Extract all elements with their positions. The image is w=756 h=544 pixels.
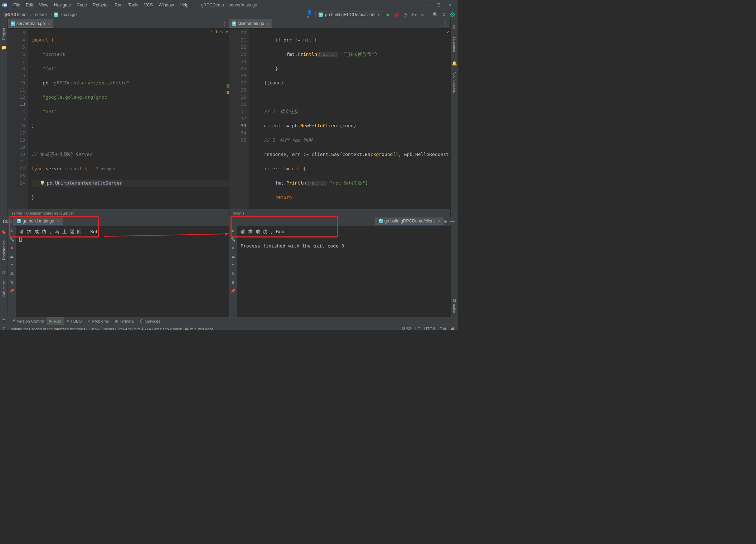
stop-icon[interactable]: ■ <box>9 245 14 250</box>
pin-icon[interactable]: 📌 <box>9 288 14 293</box>
gutter-right[interactable]: 20212223 24252627 28293031 32333435 <box>229 29 249 209</box>
status-indent[interactable]: Tab <box>440 327 446 330</box>
pin-icon[interactable]: 📌 <box>231 288 236 293</box>
run-tab[interactable]: ▶Run <box>47 317 64 325</box>
menu-window[interactable]: Window <box>156 1 176 9</box>
problems-tab[interactable]: ⊘Problems <box>84 317 111 325</box>
breadcrumb[interactable]: gRPCDemo server main.go <box>2 11 78 18</box>
menu-edit[interactable]: Edit <box>23 1 36 9</box>
profile-button[interactable]: ⟳▾ <box>410 11 417 18</box>
code-editor-right[interactable]: ✔ 20212223 24252627 28293031 32333435 if… <box>229 29 450 209</box>
notifications-tool-button[interactable]: Notifications <box>452 70 457 94</box>
user-icon[interactable]: 👤▾ <box>307 11 314 18</box>
folder-icon[interactable]: 📁 <box>1 45 6 50</box>
crumb-file[interactable]: main.go <box>60 11 78 18</box>
debug-button[interactable]: 🐞 <box>393 11 400 18</box>
crumb-project[interactable]: gRPCDemo <box>2 11 28 18</box>
stop-icon[interactable]: ■ <box>231 245 236 250</box>
console-output-left[interactable]: 请 求 成 功 , 马 上 返 回 . Bob <box>16 226 229 317</box>
settings-button[interactable]: ⚙ <box>440 11 447 18</box>
wrench-icon[interactable]: 🔧 <box>9 237 14 242</box>
bookmarks-icon[interactable]: 🔖 <box>1 230 6 235</box>
editor-tab-server-main[interactable]: server\main.go × <box>8 19 53 28</box>
tabs-menu-icon[interactable]: ⋮ <box>444 21 448 26</box>
trash-icon[interactable]: 🗑 <box>9 280 14 285</box>
todo-tab[interactable]: ≡TODO <box>64 317 84 325</box>
status-message[interactable]: Looking for usages of the interface meth… <box>9 327 213 330</box>
status-time[interactable]: 13:32 <box>401 327 411 330</box>
window-title: gRPCDemo – server/main.go <box>201 3 257 8</box>
rerun-icon[interactable]: ↻ <box>9 228 14 233</box>
run-config-selector[interactable]: go build gRPCDemo/client ▾ <box>315 11 383 18</box>
status-charset[interactable]: UTF-8 <box>424 327 435 330</box>
run-tab-right[interactable]: go build gRPCDemo/client × <box>375 217 444 225</box>
menu-tools[interactable]: Tools <box>126 1 141 9</box>
gutter-left[interactable]: 3456 78910 11 12◉↓ 13 141516 17◉○↓ 18192… <box>8 29 28 209</box>
exit-icon[interactable]: ⏏ <box>9 254 14 259</box>
svg-text:Go: Go <box>3 3 7 7</box>
crumb-folder[interactable]: server <box>34 11 48 18</box>
close-button[interactable]: ✕ <box>447 2 453 8</box>
minimize-button[interactable]: — <box>423 2 429 8</box>
menu-navigate[interactable]: Navigate <box>52 1 73 9</box>
next-problem-icon[interactable]: ∨ <box>226 30 228 34</box>
structure-icon[interactable]: ⧉ <box>2 270 5 275</box>
status-line-sep[interactable]: LF <box>415 327 420 330</box>
status-icon: ☐ <box>3 327 6 330</box>
menu-vcs[interactable]: VCS <box>141 1 155 9</box>
menu-view[interactable]: View <box>37 1 51 9</box>
prev-problem-icon[interactable]: ヘ <box>219 29 223 35</box>
run-tab-left[interactable]: go build main.go × <box>13 217 63 225</box>
intention-bulb-icon[interactable]: 💡 <box>40 181 45 186</box>
close-tab-icon[interactable]: × <box>48 21 50 26</box>
structure-tool-button[interactable]: Structure <box>2 279 6 298</box>
scroll-icon[interactable]: ≡ <box>9 263 14 268</box>
terminal-tab[interactable]: ▣Terminal <box>112 317 137 325</box>
vcs-tab[interactable]: ⎇Version Control <box>8 317 47 325</box>
search-button[interactable]: 🔍 <box>432 11 439 18</box>
maximize-button[interactable]: ☐ <box>435 2 441 8</box>
print-icon[interactable]: 🖶 <box>9 271 14 276</box>
database-icon[interactable]: 🗄 <box>452 25 457 30</box>
play-icon: ▶ <box>49 319 52 323</box>
settings-icon[interactable]: ⚙ <box>444 219 447 224</box>
menu-code[interactable]: Code <box>74 1 89 9</box>
tool-window-icon[interactable]: ☰ <box>2 319 8 323</box>
menu-refactor[interactable]: Refactor <box>90 1 111 9</box>
close-tab-icon[interactable]: × <box>438 219 440 223</box>
editor-tab-client-main[interactable]: client\main.go × <box>229 19 272 28</box>
wrench-icon[interactable]: 🔧 <box>231 237 236 242</box>
services-tab[interactable]: ⬡Services <box>137 317 163 325</box>
make-icon[interactable]: M <box>453 298 456 303</box>
close-tab-icon[interactable]: × <box>267 21 269 26</box>
editor-crumb-left[interactable]: server › UnimplementedHelloServer <box>8 209 229 217</box>
menu-help[interactable]: Help <box>177 1 191 9</box>
coverage-button[interactable]: ◔ <box>402 11 409 18</box>
bookmarks-tool-button[interactable]: Bookmarks <box>2 239 6 261</box>
close-tab-icon[interactable]: × <box>57 219 59 223</box>
no-problems-icon[interactable]: ✔ <box>446 29 449 35</box>
lock-icon[interactable]: 🔓 <box>450 327 455 330</box>
print-icon[interactable]: 🖶 <box>231 271 236 276</box>
notifications-icon[interactable]: 🔔 <box>452 61 457 66</box>
console-output-right[interactable]: 请 求 成 功 , Bob Process finished with the … <box>237 226 450 317</box>
hide-icon[interactable]: — <box>450 219 455 224</box>
make-tool-button[interactable]: make <box>452 303 456 314</box>
exit-icon[interactable]: ⏏ <box>231 254 236 259</box>
database-tool-button[interactable]: Database <box>452 34 457 54</box>
menu-run[interactable]: Run <box>112 1 125 9</box>
left-bottom-stripe: 🔖 Bookmarks ⧉ Structure <box>0 226 8 317</box>
app-icon: Go <box>1 2 8 8</box>
scroll-icon[interactable]: ≡ <box>231 263 236 268</box>
run-button[interactable]: ▶ <box>384 11 392 18</box>
trash-icon[interactable]: 🗑 <box>231 280 236 285</box>
warning-indicator[interactable]: ⚠ 1 <box>210 30 218 34</box>
code-editor-left[interactable]: ⚠ 1 ヘ ∨ 3456 78910 11 12◉↓ 13 141516 17◉… <box>8 29 229 209</box>
project-tool-button[interactable]: Project <box>2 26 6 41</box>
editor-crumb-right[interactable]: main() <box>229 209 451 217</box>
menu-file[interactable]: File <box>11 1 23 9</box>
stop-button[interactable]: ■ <box>419 11 426 18</box>
run-icon[interactable]: ▶ <box>231 228 236 233</box>
code-with-me-icon[interactable] <box>449 11 456 18</box>
tabs-menu-icon[interactable]: ⋮ <box>222 21 227 26</box>
